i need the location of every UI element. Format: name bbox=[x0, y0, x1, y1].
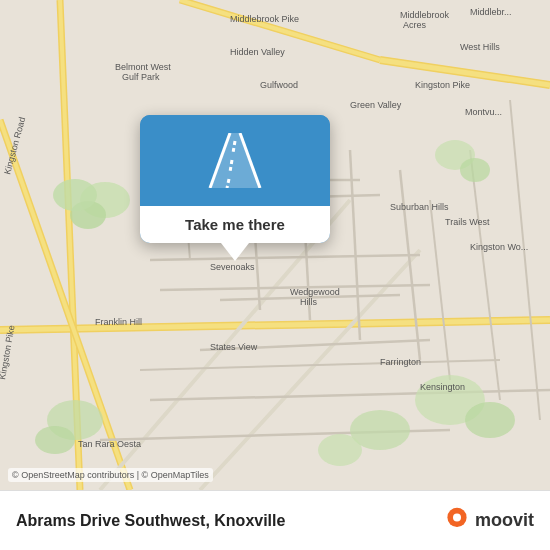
svg-text:Farrington: Farrington bbox=[380, 357, 421, 367]
svg-text:Hidden Valley: Hidden Valley bbox=[230, 47, 285, 57]
svg-point-7 bbox=[465, 402, 515, 438]
svg-text:Middlebrook: Middlebrook bbox=[400, 10, 450, 20]
svg-text:Sevenoaks: Sevenoaks bbox=[210, 262, 255, 272]
svg-text:Wedgewood: Wedgewood bbox=[290, 287, 340, 297]
map-view: Middlebrook Pike Middlebrook Acres Middl… bbox=[0, 0, 550, 490]
svg-text:Middlebrook Pike: Middlebrook Pike bbox=[230, 14, 299, 24]
take-me-there-button[interactable]: Take me there bbox=[140, 206, 330, 243]
svg-text:Kingston Wo...: Kingston Wo... bbox=[470, 242, 528, 252]
svg-text:Belmont West: Belmont West bbox=[115, 62, 171, 72]
svg-text:Gulf Park: Gulf Park bbox=[122, 72, 160, 82]
svg-text:Green Valley: Green Valley bbox=[350, 100, 402, 110]
navigation-popup: Take me there bbox=[140, 115, 330, 243]
svg-text:Gulfwood: Gulfwood bbox=[260, 80, 298, 90]
svg-text:Acres: Acres bbox=[403, 20, 427, 30]
svg-text:States View: States View bbox=[210, 342, 258, 352]
moovit-logo: moovit bbox=[443, 507, 534, 535]
svg-text:Montvu...: Montvu... bbox=[465, 107, 502, 117]
svg-text:Franklin Hill: Franklin Hill bbox=[95, 317, 142, 327]
svg-text:Suburban Hills: Suburban Hills bbox=[390, 202, 449, 212]
svg-text:Hills: Hills bbox=[300, 297, 317, 307]
svg-text:Kingston Pike: Kingston Pike bbox=[415, 80, 470, 90]
location-info: Abrams Drive Southwest, Knoxville bbox=[16, 512, 285, 530]
svg-point-5 bbox=[460, 158, 490, 182]
map-attribution: © OpenStreetMap contributors | © OpenMap… bbox=[8, 468, 213, 482]
road-icon bbox=[195, 133, 275, 188]
svg-text:West Hills: West Hills bbox=[460, 42, 500, 52]
moovit-pin-icon bbox=[443, 507, 471, 535]
svg-point-11 bbox=[35, 426, 75, 454]
moovit-brand-text: moovit bbox=[475, 510, 534, 531]
popup-tail bbox=[221, 243, 249, 261]
svg-point-3 bbox=[53, 179, 97, 211]
svg-text:Middlebr...: Middlebr... bbox=[470, 7, 512, 17]
location-name: Abrams Drive Southwest, Knoxville bbox=[16, 512, 285, 530]
svg-text:Kensington: Kensington bbox=[420, 382, 465, 392]
svg-text:Tan Rara Oesta: Tan Rara Oesta bbox=[78, 439, 141, 449]
svg-text:Trails West: Trails West bbox=[445, 217, 490, 227]
bottom-bar: Abrams Drive Southwest, Knoxville moovit bbox=[0, 490, 550, 550]
svg-point-44 bbox=[453, 513, 461, 521]
popup-card-body bbox=[140, 115, 330, 206]
svg-point-9 bbox=[318, 434, 362, 466]
